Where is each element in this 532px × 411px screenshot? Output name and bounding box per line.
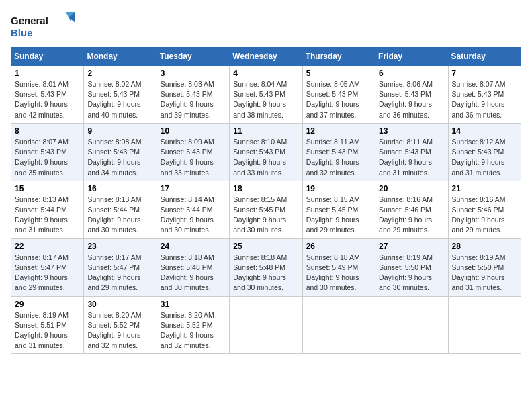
sunrise-time: Sunrise: 8:16 AM [452,195,506,203]
day-number: 11 [233,126,298,136]
calendar-table: SundayMondayTuesdayWednesdayThursdayFrid… [11,47,521,354]
daylight-hours: Daylight: 9 hours and 30 minutes. [379,273,432,291]
day-cell: 1 Sunrise: 8:01 AM Sunset: 5:43 PM Dayli… [11,66,84,124]
day-number: 4 [233,68,298,78]
sunset-time: Sunset: 5:50 PM [379,263,431,271]
sunset-time: Sunset: 5:43 PM [379,148,431,156]
weekday-header: Wednesday [230,48,302,66]
daylight-hours: Daylight: 9 hours and 33 minutes. [161,158,214,176]
sunrise-time: Sunrise: 8:10 AM [233,138,287,146]
sunrise-time: Sunrise: 8:05 AM [306,80,360,88]
sunrise-time: Sunrise: 8:06 AM [379,80,433,88]
daylight-hours: Daylight: 9 hours and 36 minutes. [379,100,432,118]
daylight-hours: Daylight: 9 hours and 36 minutes. [452,100,505,118]
daylight-hours: Daylight: 9 hours and 30 minutes. [306,273,359,291]
daylight-hours: Daylight: 9 hours and 38 minutes. [233,100,286,118]
sunrise-time: Sunrise: 8:20 AM [87,311,141,319]
day-cell: 24 Sunrise: 8:18 AM Sunset: 5:48 PM Dayl… [157,238,229,296]
day-info: Sunrise: 8:05 AM Sunset: 5:43 PM Dayligh… [306,79,371,120]
sunrise-time: Sunrise: 8:15 AM [233,195,287,203]
svg-text:Blue: Blue [11,27,33,38]
day-cell: 3 Sunrise: 8:03 AM Sunset: 5:43 PM Dayli… [157,66,229,124]
daylight-hours: Daylight: 9 hours and 34 minutes. [87,158,140,176]
day-number: 8 [15,126,80,136]
day-cell: 14 Sunrise: 8:12 AM Sunset: 5:43 PM Dayl… [448,123,521,181]
day-info: Sunrise: 8:16 AM Sunset: 5:46 PM Dayligh… [452,195,517,236]
sunset-time: Sunset: 5:43 PM [379,90,431,98]
day-cell: 22 Sunrise: 8:17 AM Sunset: 5:47 PM Dayl… [11,238,84,296]
day-cell: 7 Sunrise: 8:07 AM Sunset: 5:43 PM Dayli… [448,66,521,124]
sunrise-time: Sunrise: 8:11 AM [379,138,433,146]
day-cell: 2 Sunrise: 8:02 AM Sunset: 5:43 PM Dayli… [84,66,157,124]
day-cell: 25 Sunrise: 8:18 AM Sunset: 5:48 PM Dayl… [230,238,302,296]
day-info: Sunrise: 8:11 AM Sunset: 5:43 PM Dayligh… [306,137,371,178]
page-header: General Blue [11,11,521,40]
sunrise-time: Sunrise: 8:14 AM [161,195,214,203]
sunset-time: Sunset: 5:44 PM [87,205,140,214]
day-info: Sunrise: 8:18 AM Sunset: 5:48 PM Dayligh… [161,253,226,293]
day-number: 17 [161,184,226,193]
sunset-time: Sunset: 5:52 PM [161,321,213,329]
calendar-week-row: 22 Sunrise: 8:17 AM Sunset: 5:47 PM Dayl… [11,238,521,296]
day-number: 18 [233,184,298,193]
sunrise-time: Sunrise: 8:13 AM [87,195,141,203]
sunrise-time: Sunrise: 8:19 AM [452,253,506,261]
sunrise-time: Sunrise: 8:01 AM [15,80,69,88]
sunrise-time: Sunrise: 8:13 AM [15,195,69,203]
sunset-time: Sunset: 5:43 PM [87,90,140,98]
logo: General Blue [11,11,78,40]
day-number: 27 [379,242,444,251]
day-info: Sunrise: 8:03 AM Sunset: 5:43 PM Dayligh… [161,79,226,120]
day-cell: 9 Sunrise: 8:08 AM Sunset: 5:43 PM Dayli… [84,123,157,181]
day-number: 14 [452,126,517,136]
sunrise-time: Sunrise: 8:19 AM [15,311,69,319]
svg-text:General: General [11,15,48,26]
calendar-week-row: 29 Sunrise: 8:19 AM Sunset: 5:51 PM Dayl… [11,296,521,354]
day-number: 9 [87,126,152,136]
daylight-hours: Daylight: 9 hours and 29 minutes. [15,273,68,291]
sunset-time: Sunset: 5:46 PM [452,205,504,214]
daylight-hours: Daylight: 9 hours and 31 minutes. [379,158,432,176]
daylight-hours: Daylight: 9 hours and 32 minutes. [87,331,140,349]
sunset-time: Sunset: 5:43 PM [15,90,67,98]
sunrise-time: Sunrise: 8:03 AM [161,80,214,88]
calendar-week-row: 8 Sunrise: 8:07 AM Sunset: 5:43 PM Dayli… [11,123,521,181]
day-number: 30 [87,300,152,309]
sunset-time: Sunset: 5:43 PM [452,148,504,156]
sunrise-time: Sunrise: 8:18 AM [306,253,360,261]
day-cell: 11 Sunrise: 8:10 AM Sunset: 5:43 PM Dayl… [230,123,302,181]
daylight-hours: Daylight: 9 hours and 31 minutes. [15,331,68,349]
logo-svg: General Blue [11,11,78,40]
daylight-hours: Daylight: 9 hours and 32 minutes. [306,158,359,176]
day-cell: 6 Sunrise: 8:06 AM Sunset: 5:43 PM Dayli… [375,66,448,124]
sunrise-time: Sunrise: 8:02 AM [87,80,141,88]
day-number: 16 [87,184,152,193]
weekday-header: Saturday [448,48,521,66]
calendar-header-row: SundayMondayTuesdayWednesdayThursdayFrid… [11,48,521,66]
sunset-time: Sunset: 5:43 PM [15,148,67,156]
daylight-hours: Daylight: 9 hours and 31 minutes. [15,216,68,234]
day-number: 2 [87,68,152,78]
day-info: Sunrise: 8:08 AM Sunset: 5:43 PM Dayligh… [87,137,152,178]
sunrise-time: Sunrise: 8:11 AM [306,138,360,146]
day-number: 25 [233,242,298,251]
sunset-time: Sunset: 5:50 PM [452,263,504,271]
day-info: Sunrise: 8:06 AM Sunset: 5:43 PM Dayligh… [379,79,444,120]
daylight-hours: Daylight: 9 hours and 42 minutes. [15,100,68,118]
weekday-header: Monday [84,48,157,66]
weekday-header: Friday [375,48,448,66]
sunrise-time: Sunrise: 8:15 AM [306,195,360,203]
sunset-time: Sunset: 5:43 PM [87,148,140,156]
day-cell: 28 Sunrise: 8:19 AM Sunset: 5:50 PM Dayl… [448,238,521,296]
daylight-hours: Daylight: 9 hours and 30 minutes. [233,273,286,291]
weekday-header: Tuesday [157,48,229,66]
daylight-hours: Daylight: 9 hours and 35 minutes. [15,158,68,176]
sunset-time: Sunset: 5:49 PM [306,263,359,271]
day-number: 29 [15,300,80,309]
sunrise-time: Sunrise: 8:16 AM [379,195,433,203]
sunrise-time: Sunrise: 8:07 AM [15,138,69,146]
sunset-time: Sunset: 5:51 PM [15,321,67,329]
day-number: 31 [161,300,226,309]
daylight-hours: Daylight: 9 hours and 40 minutes. [87,100,140,118]
sunset-time: Sunset: 5:48 PM [161,263,213,271]
